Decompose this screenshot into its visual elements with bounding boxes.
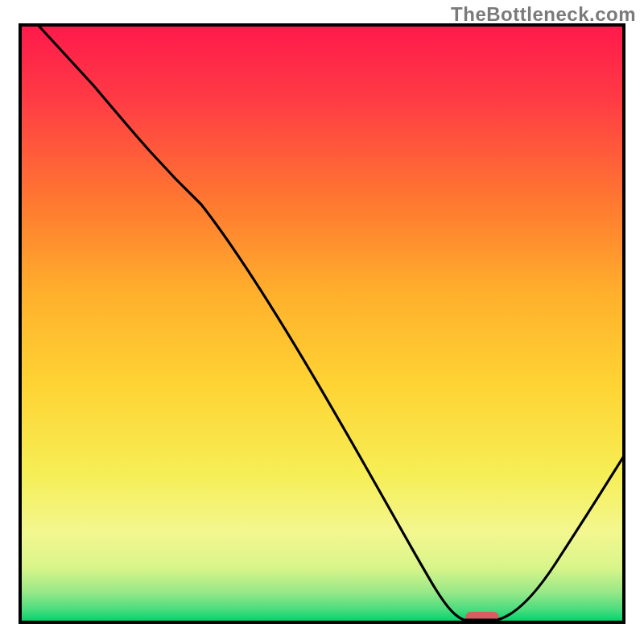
watermark-text: TheBottleneck.com — [451, 3, 636, 26]
chart-svg — [0, 0, 644, 644]
gradient-background — [21, 26, 623, 621]
chart-container: TheBottleneck.com — [0, 0, 644, 644]
